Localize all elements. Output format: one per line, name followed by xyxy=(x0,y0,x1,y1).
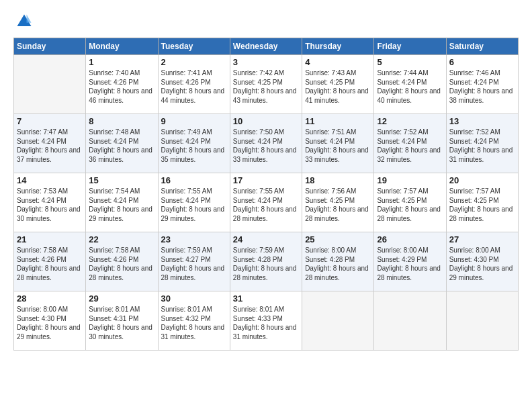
day-number: 29 xyxy=(89,293,154,304)
calendar-week-row: 14Sunrise: 7:53 AMSunset: 4:24 PMDayligh… xyxy=(14,173,519,232)
day-number: 23 xyxy=(161,234,227,244)
calendar-cell: 19Sunrise: 7:57 AMSunset: 4:25 PMDayligh… xyxy=(374,173,446,232)
day-number: 9 xyxy=(161,116,227,126)
day-info: Sunrise: 7:47 AMSunset: 4:24 PMDaylight:… xyxy=(17,128,83,164)
day-info: Sunrise: 7:42 AMSunset: 4:25 PMDaylight:… xyxy=(233,68,299,105)
day-info: Sunrise: 7:40 AMSunset: 4:26 PMDaylight:… xyxy=(89,68,154,105)
day-info: Sunrise: 7:44 AMSunset: 4:24 PMDaylight:… xyxy=(377,68,443,105)
day-number: 15 xyxy=(89,175,154,185)
day-number: 7 xyxy=(17,116,83,126)
calendar-day-header: Tuesday xyxy=(158,38,230,55)
logo-icon xyxy=(15,12,34,31)
calendar-cell: 16Sunrise: 7:55 AMSunset: 4:24 PMDayligh… xyxy=(158,173,230,232)
day-info: Sunrise: 7:49 AMSunset: 4:24 PMDaylight:… xyxy=(161,128,227,164)
calendar-cell: 10Sunrise: 7:50 AMSunset: 4:24 PMDayligh… xyxy=(230,114,302,173)
day-info: Sunrise: 7:52 AMSunset: 4:24 PMDaylight:… xyxy=(449,128,515,164)
calendar-cell: 22Sunrise: 7:58 AMSunset: 4:26 PMDayligh… xyxy=(86,232,158,291)
day-number: 6 xyxy=(449,57,515,67)
day-info: Sunrise: 7:58 AMSunset: 4:26 PMDaylight:… xyxy=(89,246,154,282)
day-number: 24 xyxy=(233,234,299,244)
day-number: 11 xyxy=(305,116,371,126)
calendar-week-row: 1Sunrise: 7:40 AMSunset: 4:26 PMDaylight… xyxy=(14,55,519,114)
calendar-cell-empty xyxy=(14,55,86,114)
calendar-cell: 3Sunrise: 7:42 AMSunset: 4:25 PMDaylight… xyxy=(230,55,302,114)
calendar-day-header: Friday xyxy=(374,38,446,55)
day-number: 5 xyxy=(377,57,443,67)
calendar-cell: 28Sunrise: 8:00 AMSunset: 4:30 PMDayligh… xyxy=(14,291,86,351)
day-number: 13 xyxy=(449,116,515,126)
calendar-cell: 13Sunrise: 7:52 AMSunset: 4:24 PMDayligh… xyxy=(446,114,518,173)
calendar-cell: 8Sunrise: 7:48 AMSunset: 4:24 PMDaylight… xyxy=(86,114,158,173)
calendar-cell: 23Sunrise: 7:59 AMSunset: 4:27 PMDayligh… xyxy=(158,232,230,291)
day-number: 20 xyxy=(449,175,515,185)
calendar-day-header: Monday xyxy=(86,38,158,55)
day-number: 16 xyxy=(161,175,227,185)
day-info: Sunrise: 7:57 AMSunset: 4:25 PMDaylight:… xyxy=(449,187,515,223)
page: SundayMondayTuesdayWednesdayThursdayFrid… xyxy=(0,0,532,411)
calendar-header-row: SundayMondayTuesdayWednesdayThursdayFrid… xyxy=(14,38,519,55)
calendar-cell: 20Sunrise: 7:57 AMSunset: 4:25 PMDayligh… xyxy=(446,173,518,232)
calendar-day-header: Wednesday xyxy=(230,38,302,55)
calendar: SundayMondayTuesdayWednesdayThursdayFrid… xyxy=(13,38,519,351)
day-info: Sunrise: 7:57 AMSunset: 4:25 PMDaylight:… xyxy=(377,187,443,223)
day-info: Sunrise: 8:01 AMSunset: 4:31 PMDaylight:… xyxy=(89,305,154,341)
day-info: Sunrise: 7:59 AMSunset: 4:28 PMDaylight:… xyxy=(233,246,299,282)
day-info: Sunrise: 7:52 AMSunset: 4:24 PMDaylight:… xyxy=(377,128,443,164)
calendar-cell: 25Sunrise: 8:00 AMSunset: 4:28 PMDayligh… xyxy=(302,232,374,291)
calendar-cell: 18Sunrise: 7:56 AMSunset: 4:25 PMDayligh… xyxy=(302,173,374,232)
calendar-cell-empty xyxy=(302,291,374,351)
day-info: Sunrise: 8:01 AMSunset: 4:33 PMDaylight:… xyxy=(233,305,299,341)
day-info: Sunrise: 7:59 AMSunset: 4:27 PMDaylight:… xyxy=(161,246,227,282)
day-info: Sunrise: 7:43 AMSunset: 4:25 PMDaylight:… xyxy=(305,68,371,105)
day-info: Sunrise: 8:01 AMSunset: 4:32 PMDaylight:… xyxy=(161,305,227,341)
calendar-cell: 24Sunrise: 7:59 AMSunset: 4:28 PMDayligh… xyxy=(230,232,302,291)
calendar-cell: 9Sunrise: 7:49 AMSunset: 4:24 PMDaylight… xyxy=(158,114,230,173)
calendar-day-header: Thursday xyxy=(302,38,374,55)
day-info: Sunrise: 7:41 AMSunset: 4:26 PMDaylight:… xyxy=(161,68,227,105)
day-number: 1 xyxy=(89,57,154,67)
day-number: 27 xyxy=(449,234,515,244)
day-number: 17 xyxy=(233,175,299,185)
day-number: 10 xyxy=(233,116,299,126)
day-info: Sunrise: 7:51 AMSunset: 4:24 PMDaylight:… xyxy=(305,128,371,164)
calendar-cell: 12Sunrise: 7:52 AMSunset: 4:24 PMDayligh… xyxy=(374,114,446,173)
calendar-cell: 7Sunrise: 7:47 AMSunset: 4:24 PMDaylight… xyxy=(14,114,86,173)
calendar-cell: 14Sunrise: 7:53 AMSunset: 4:24 PMDayligh… xyxy=(14,173,86,232)
day-info: Sunrise: 7:55 AMSunset: 4:24 PMDaylight:… xyxy=(233,187,299,223)
day-info: Sunrise: 7:50 AMSunset: 4:24 PMDaylight:… xyxy=(233,128,299,164)
day-number: 26 xyxy=(377,234,443,244)
calendar-week-row: 28Sunrise: 8:00 AMSunset: 4:30 PMDayligh… xyxy=(14,291,519,351)
calendar-cell-empty xyxy=(374,291,446,351)
day-number: 12 xyxy=(377,116,443,126)
calendar-cell: 1Sunrise: 7:40 AMSunset: 4:26 PMDaylight… xyxy=(86,55,158,114)
day-number: 14 xyxy=(17,175,83,185)
day-info: Sunrise: 8:00 AMSunset: 4:29 PMDaylight:… xyxy=(377,246,443,282)
calendar-cell: 15Sunrise: 7:54 AMSunset: 4:24 PMDayligh… xyxy=(86,173,158,232)
calendar-cell: 21Sunrise: 7:58 AMSunset: 4:26 PMDayligh… xyxy=(14,232,86,291)
day-number: 8 xyxy=(89,116,154,126)
day-info: Sunrise: 7:46 AMSunset: 4:24 PMDaylight:… xyxy=(449,68,515,105)
day-info: Sunrise: 7:56 AMSunset: 4:25 PMDaylight:… xyxy=(305,187,371,223)
calendar-cell: 27Sunrise: 8:00 AMSunset: 4:30 PMDayligh… xyxy=(446,232,518,291)
svg-marker-1 xyxy=(27,15,32,23)
day-info: Sunrise: 7:55 AMSunset: 4:24 PMDaylight:… xyxy=(161,187,227,223)
calendar-cell: 2Sunrise: 7:41 AMSunset: 4:26 PMDaylight… xyxy=(158,55,230,114)
header xyxy=(13,12,519,34)
calendar-cell: 31Sunrise: 8:01 AMSunset: 4:33 PMDayligh… xyxy=(230,291,302,351)
day-info: Sunrise: 8:00 AMSunset: 4:28 PMDaylight:… xyxy=(305,246,371,282)
calendar-week-row: 21Sunrise: 7:58 AMSunset: 4:26 PMDayligh… xyxy=(14,232,519,291)
day-info: Sunrise: 7:48 AMSunset: 4:24 PMDaylight:… xyxy=(89,128,154,164)
day-number: 30 xyxy=(161,293,227,304)
calendar-cell: 17Sunrise: 7:55 AMSunset: 4:24 PMDayligh… xyxy=(230,173,302,232)
day-number: 18 xyxy=(305,175,371,185)
calendar-cell: 11Sunrise: 7:51 AMSunset: 4:24 PMDayligh… xyxy=(302,114,374,173)
day-info: Sunrise: 8:00 AMSunset: 4:30 PMDaylight:… xyxy=(17,305,83,341)
calendar-day-header: Saturday xyxy=(446,38,518,55)
day-number: 31 xyxy=(233,293,299,304)
calendar-cell: 5Sunrise: 7:44 AMSunset: 4:24 PMDaylight… xyxy=(374,55,446,114)
day-info: Sunrise: 7:53 AMSunset: 4:24 PMDaylight:… xyxy=(17,187,83,223)
calendar-cell-empty xyxy=(446,291,518,351)
calendar-cell: 6Sunrise: 7:46 AMSunset: 4:24 PMDaylight… xyxy=(446,55,518,114)
day-number: 28 xyxy=(17,293,83,304)
day-number: 22 xyxy=(89,234,154,244)
